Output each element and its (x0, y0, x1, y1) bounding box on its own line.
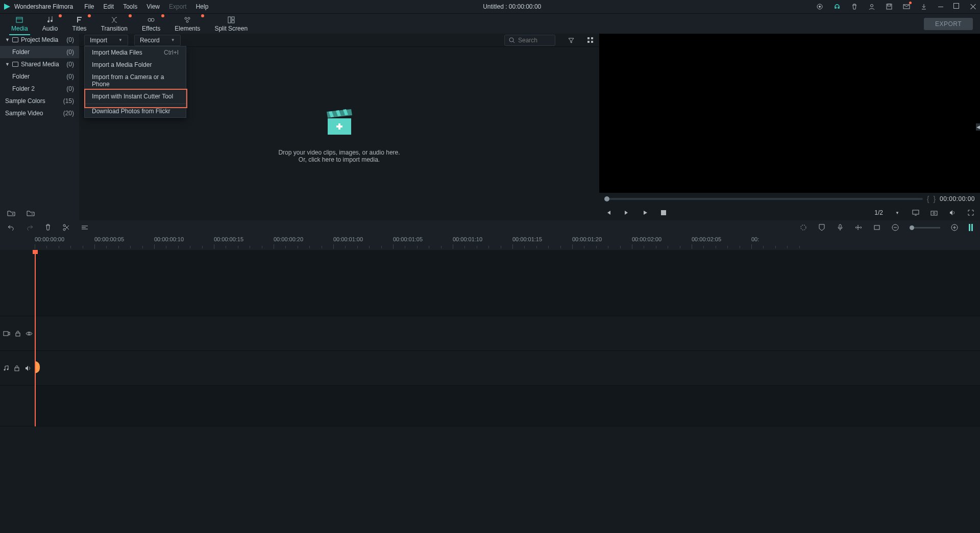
trash-icon[interactable] (850, 3, 859, 11)
volume-icon[interactable] (948, 209, 957, 217)
settings-icon[interactable] (816, 3, 824, 11)
account-icon[interactable] (868, 3, 876, 11)
playhead[interactable] (35, 250, 36, 426)
menu-tools[interactable]: Tools (123, 3, 137, 10)
svg-point-32 (63, 229, 65, 231)
audio-track-row[interactable] (0, 351, 980, 386)
search-box[interactable] (504, 35, 555, 46)
export-button[interactable]: EXPORT (924, 18, 973, 30)
prev-frame-icon[interactable] (604, 209, 612, 217)
preview-viewport[interactable] (599, 34, 980, 193)
sidebar-item-shared-media[interactable]: ▼Shared Media(0) (0, 58, 79, 70)
mute-icon[interactable] (24, 365, 32, 371)
tab-elements[interactable]: Elements (167, 15, 207, 33)
menu-view[interactable]: View (146, 3, 160, 10)
import-menu-item[interactable]: Download Photos from Flickr (85, 105, 186, 117)
save-icon[interactable] (885, 3, 893, 11)
new-folder-icon[interactable] (7, 210, 15, 216)
tab-split-screen[interactable]: Split Screen (207, 15, 255, 33)
svg-point-2 (871, 5, 873, 7)
edit-tools-icon[interactable] (81, 223, 89, 232)
undo-icon[interactable] (7, 223, 15, 232)
preview-scrubber[interactable] (604, 198, 923, 200)
preview-ratio[interactable]: 1/2 (874, 209, 883, 216)
svg-point-12 (188, 17, 190, 19)
record-dropdown-label: Record (140, 37, 160, 44)
lock-icon[interactable] (15, 331, 20, 337)
display-icon[interactable] (912, 209, 920, 217)
app-logo-icon (3, 3, 11, 11)
zoom-in-icon[interactable] (950, 223, 959, 232)
sidebar-item-folder[interactable]: Folder(0) (0, 46, 79, 58)
preview-scrubber-row: { } 00:00:00:00 (599, 193, 980, 205)
import-menu-item[interactable]: Import from a Camera or a Phone (85, 71, 186, 90)
mark-in-icon[interactable]: { (927, 195, 929, 203)
fullscreen-icon[interactable] (967, 209, 975, 217)
menu-file[interactable]: File (84, 3, 94, 10)
sidebar-item-folder-2[interactable]: Folder 2(0) (0, 83, 79, 95)
window-maximize-button[interactable] (953, 3, 961, 10)
music-track-icon (3, 365, 9, 371)
sidebar-item-sample-video[interactable]: Sample Video(20) (0, 107, 79, 119)
support-icon[interactable] (833, 3, 841, 11)
timeline-ruler[interactable]: 00:00:00:0000:00:00:0500:00:00:1000:00:0… (0, 235, 980, 250)
video-track-header (0, 316, 35, 350)
lock-icon[interactable] (14, 365, 19, 371)
message-icon[interactable] (902, 3, 911, 11)
zoom-slider[interactable] (910, 227, 940, 229)
tab-transition[interactable]: Transition (94, 15, 135, 33)
track-row[interactable] (0, 386, 980, 426)
svg-point-10 (151, 18, 154, 21)
window-close-button[interactable] (970, 3, 977, 10)
redo-icon[interactable] (26, 223, 34, 232)
tab-titles[interactable]: Titles (65, 15, 93, 33)
record-dropdown[interactable]: Record▼ (134, 35, 181, 46)
track-row[interactable] (0, 250, 980, 316)
mark-out-icon[interactable]: } (933, 195, 936, 203)
voiceover-icon[interactable] (836, 223, 844, 232)
visibility-icon[interactable] (26, 331, 33, 336)
play-icon[interactable] (641, 209, 649, 217)
snapshot-icon[interactable] (930, 209, 938, 217)
ruler-tick: 00:00:00:05 (94, 236, 124, 242)
render-icon[interactable] (799, 223, 807, 232)
tab-media[interactable]: Media (4, 15, 35, 33)
import-dropdown[interactable]: Import▼ (84, 35, 128, 46)
search-input[interactable] (518, 37, 549, 44)
ruler-tick: 00:00:01:15 (512, 236, 542, 242)
ruler-tick: 00:00:01:20 (572, 236, 602, 242)
split-icon[interactable] (62, 223, 70, 232)
import-menu-item[interactable]: Import with Instant Cutter Tool (85, 90, 186, 103)
download-icon[interactable] (920, 3, 928, 11)
tab-audio[interactable]: Audio (35, 15, 65, 33)
marker-shield-icon[interactable] (818, 223, 826, 232)
zoom-out-icon[interactable] (891, 223, 899, 232)
sidebar-collapse-button[interactable]: ◀ (976, 123, 980, 131)
menu-export[interactable]: Export (169, 3, 187, 10)
svg-rect-21 (591, 41, 593, 43)
sidebar-item-folder[interactable]: Folder(0) (0, 70, 79, 83)
grid-view-icon[interactable] (587, 37, 594, 44)
window-minimize-button[interactable] (937, 3, 944, 10)
menu-edit[interactable]: Edit (104, 3, 114, 10)
filter-icon[interactable] (568, 37, 575, 44)
app-name: Wondershare Filmora (14, 3, 73, 10)
audio-mix-icon[interactable] (854, 223, 863, 232)
timeline-toolbar (0, 220, 980, 235)
ratio-chevron-down-icon[interactable]: ▼ (893, 209, 901, 217)
zoom-fit-icon[interactable] (969, 224, 973, 231)
delete-icon[interactable] (44, 223, 52, 232)
import-menu-item[interactable]: Import Media FilesCtrl+I (85, 46, 186, 59)
crop-icon[interactable] (873, 223, 881, 232)
delete-folder-icon[interactable] (27, 210, 35, 216)
search-icon (509, 37, 515, 43)
svg-point-42 (4, 369, 6, 370)
sidebar-item-sample-colors[interactable]: Sample Colors(15) (0, 95, 79, 107)
next-frame-icon[interactable] (623, 209, 631, 217)
tab-effects[interactable]: Effects (135, 15, 167, 33)
stop-icon[interactable] (659, 209, 668, 217)
sidebar-item-project-media[interactable]: ▼Project Media(0) (0, 34, 79, 46)
menu-help[interactable]: Help (196, 3, 209, 10)
video-track-row[interactable] (0, 316, 980, 351)
import-menu-item[interactable]: Import a Media Folder (85, 59, 186, 71)
